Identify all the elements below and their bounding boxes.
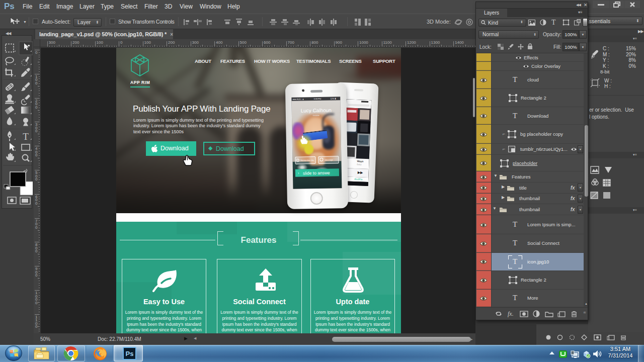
svg-text:T: T: [23, 131, 29, 142]
svg-text:fx.: fx.: [508, 310, 514, 317]
